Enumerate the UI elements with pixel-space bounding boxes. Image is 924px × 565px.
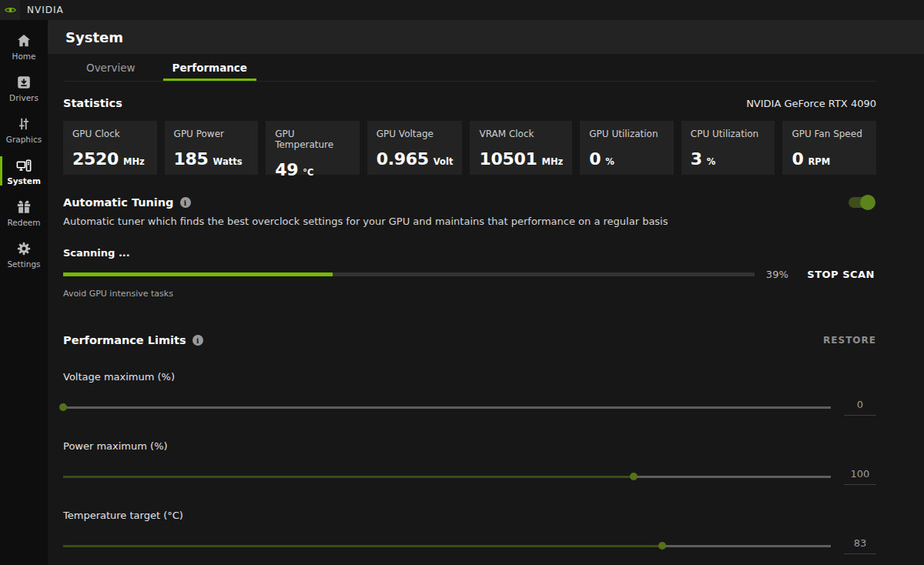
stat-card-gpu-temperature: GPU Temperature 49°C bbox=[266, 121, 360, 175]
stat-label: GPU Fan Speed bbox=[792, 129, 867, 139]
slider-fill bbox=[63, 476, 634, 478]
temperature-target-value[interactable]: 83 bbox=[844, 537, 876, 554]
stat-unit: % bbox=[605, 156, 614, 167]
toggle-knob bbox=[860, 195, 875, 210]
stat-cards: GPU Clock 2520MHz GPU Power 185Watts GPU… bbox=[63, 121, 876, 175]
automatic-tuning-title: Automatic Tuning bbox=[63, 196, 174, 209]
slider-label: Voltage maximum (%) bbox=[63, 371, 876, 383]
sidebar-item-label: Home bbox=[12, 52, 35, 61]
statistics-title: Statistics bbox=[63, 97, 122, 109]
slider-knob[interactable] bbox=[658, 542, 666, 550]
scan-progress-fill bbox=[63, 272, 333, 276]
stat-card-cpu-utilization: CPU Utilization 3% bbox=[681, 121, 775, 175]
sidebar-item-home[interactable]: Home bbox=[0, 25, 48, 67]
stat-unit: Watts bbox=[213, 156, 243, 167]
tab-performance[interactable]: Performance bbox=[163, 54, 256, 81]
brand-text: NVIDIA bbox=[27, 5, 64, 15]
stat-value: 49 bbox=[275, 160, 298, 179]
stat-value: 0.965 bbox=[377, 149, 429, 169]
slider-label: Temperature target (°C) bbox=[63, 510, 876, 521]
info-icon[interactable]: i bbox=[180, 197, 191, 208]
sidebar-item-label: Redeem bbox=[7, 218, 40, 227]
stat-label: GPU Power bbox=[174, 129, 249, 139]
stat-value: 185 bbox=[174, 149, 209, 169]
voltage-maximum-slider-group: Voltage maximum (%) 0 bbox=[63, 371, 876, 416]
power-maximum-slider-group: Power maximum (%) 100 bbox=[63, 440, 876, 485]
automatic-tuning-toggle[interactable] bbox=[849, 197, 875, 208]
stat-value: 0 bbox=[792, 149, 803, 169]
drivers-icon bbox=[15, 74, 32, 91]
sidebar-item-settings[interactable]: Settings bbox=[0, 233, 48, 275]
slider-fill bbox=[63, 545, 662, 547]
scan-status: Scanning ... bbox=[63, 247, 876, 259]
scan-progress-bar bbox=[63, 272, 755, 276]
stat-unit: °C bbox=[303, 167, 313, 178]
voltage-maximum-slider[interactable] bbox=[63, 406, 831, 409]
statistics-section: Statistics NVIDIA GeForce RTX 4090 GPU C… bbox=[63, 97, 876, 175]
sidebar-item-label: Settings bbox=[7, 259, 40, 269]
automatic-tuning-section: Automatic Tuning i Automatic tuner which… bbox=[63, 196, 876, 299]
stat-label: CPU Utilization bbox=[691, 129, 766, 139]
sidebar-item-graphics[interactable]: Graphics bbox=[0, 109, 48, 150]
stat-label: GPU Temperature bbox=[275, 129, 350, 150]
stat-card-gpu-voltage: GPU Voltage 0.965Volt bbox=[367, 121, 463, 175]
stat-unit: MHz bbox=[123, 156, 145, 167]
sidebar-item-redeem[interactable]: Redeem bbox=[0, 192, 48, 233]
stop-scan-button[interactable]: STOP SCAN bbox=[799, 266, 876, 283]
stat-unit: % bbox=[707, 156, 716, 167]
tab-overview[interactable]: Overview bbox=[77, 54, 145, 81]
sidebar-item-label: System bbox=[7, 176, 41, 186]
page-title: System bbox=[65, 29, 123, 45]
stat-label: VRAM Clock bbox=[479, 129, 563, 139]
graphics-sliders-icon bbox=[15, 115, 32, 132]
main-content: Overview Performance Statistics NVIDIA G… bbox=[48, 54, 924, 565]
stat-value: 2520 bbox=[72, 149, 119, 169]
gpu-name: NVIDIA GeForce RTX 4090 bbox=[746, 98, 876, 109]
system-icon bbox=[15, 157, 32, 174]
stat-card-gpu-clock: GPU Clock 2520MHz bbox=[63, 121, 157, 175]
stat-unit: RPM bbox=[808, 156, 830, 167]
performance-limits-title: Performance Limits bbox=[63, 334, 186, 346]
sidebar-item-label: Graphics bbox=[6, 135, 42, 144]
stat-card-vram-clock: VRAM Clock 10501MHz bbox=[470, 121, 572, 175]
sidebar: Home Drivers Graphics System bbox=[0, 20, 48, 565]
tab-bar: Overview Performance bbox=[63, 54, 876, 82]
stat-card-gpu-fan-speed: GPU Fan Speed 0RPM bbox=[782, 121, 876, 175]
scan-hint: Avoid GPU intensive tasks bbox=[63, 289, 876, 299]
stat-label: GPU Clock bbox=[72, 129, 148, 139]
restore-button[interactable]: RESTORE bbox=[823, 335, 876, 346]
stat-value: 10501 bbox=[479, 149, 537, 169]
stat-value: 0 bbox=[589, 149, 601, 169]
stat-card-gpu-utilization: GPU Utilization 0% bbox=[580, 121, 674, 175]
power-maximum-value[interactable]: 100 bbox=[844, 468, 876, 485]
slider-knob[interactable] bbox=[630, 473, 638, 480]
slider-label: Power maximum (%) bbox=[63, 440, 876, 452]
voltage-maximum-value[interactable]: 0 bbox=[844, 399, 876, 416]
slider-knob[interactable] bbox=[59, 403, 67, 411]
info-icon[interactable]: i bbox=[192, 335, 203, 346]
page-header: System bbox=[48, 20, 924, 54]
automatic-tuning-description: Automatic tuner which finds the best ove… bbox=[63, 216, 876, 227]
settings-gear-icon bbox=[15, 240, 32, 257]
sidebar-item-system[interactable]: System bbox=[0, 150, 48, 192]
stat-label: GPU Voltage bbox=[377, 129, 454, 139]
stat-card-gpu-power: GPU Power 185Watts bbox=[165, 121, 259, 175]
sidebar-item-drivers[interactable]: Drivers bbox=[0, 67, 48, 109]
stat-unit: MHz bbox=[542, 156, 564, 167]
home-icon bbox=[15, 32, 32, 49]
power-maximum-slider[interactable] bbox=[63, 476, 831, 478]
temperature-target-slider-group: Temperature target (°C) 83 bbox=[63, 510, 876, 554]
nvidia-eye-icon bbox=[4, 5, 17, 15]
redeem-gift-icon bbox=[15, 199, 32, 216]
stat-label: GPU Utilization bbox=[589, 129, 665, 139]
stat-value: 3 bbox=[691, 149, 702, 169]
top-bar: NVIDIA bbox=[0, 0, 924, 20]
performance-limits-section: Performance Limits i RESTORE Voltage max… bbox=[63, 334, 876, 565]
temperature-target-slider[interactable] bbox=[63, 545, 831, 547]
nvidia-logo bbox=[0, 0, 20, 20]
sidebar-item-label: Drivers bbox=[9, 93, 38, 102]
scan-progress-percent: 39% bbox=[755, 269, 799, 280]
stat-unit: Volt bbox=[434, 156, 454, 167]
scan-progress-row: 39% STOP SCAN bbox=[63, 266, 876, 283]
